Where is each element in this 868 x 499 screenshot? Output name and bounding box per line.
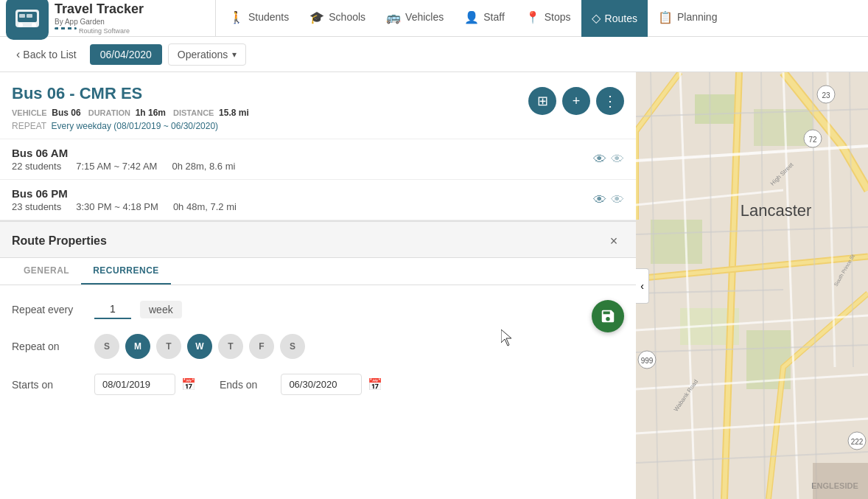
starts-on-group: 📅 [94,374,196,395]
repeat-every-input[interactable] [94,300,131,319]
nav-staff-label: Staff [483,11,505,23]
collapse-icon: ‹ [640,280,644,292]
repeat-every-row: Repeat every week [12,300,624,319]
nav-stops[interactable]: 📍 Stops [515,0,581,37]
day-tuesday[interactable]: T [156,334,181,359]
nav-vehicles-label: Vehicles [405,11,444,23]
svg-text:222: 222 [851,438,864,446]
route-map-button[interactable]: ⊞ [528,87,556,115]
repeat-on-row: Repeat on S M T W T F S [12,334,624,359]
logo-text: Travel Tracker By App Garden Routing Sof… [55,1,144,35]
nav-staff[interactable]: 👤 Staff [454,0,515,37]
back-label: Back to List [23,49,76,60]
toolbar: ‹ Back to List 06/04/2020 Operations ▾ [0,37,868,72]
main-layout: Bus 06 - CMR ES VEHICLE Bus 06 DURATION … [0,72,868,499]
starts-on-calendar-icon[interactable]: 📅 [181,377,196,391]
stops-icon: 📍 [525,10,540,24]
nav-planning[interactable]: 📋 Planning [648,0,728,37]
route-add-button[interactable]: + [562,87,590,115]
starts-on-input[interactable] [94,374,175,395]
day-sunday[interactable]: S [94,334,119,359]
svg-rect-47 [813,463,868,499]
day-friday[interactable]: F [249,334,274,359]
run-am-time: 7:15 AM ~ 7:42 AM [76,161,157,172]
map-icon: ⊞ [537,93,548,109]
ends-on-input[interactable] [281,374,362,395]
run-am-dist: 0h 28m, 8.6 mi [172,161,235,172]
route-info: Bus 06 - CMR ES VEHICLE Bus 06 DURATION … [0,72,636,139]
tab-general[interactable]: GENERAL [12,258,81,285]
run-pm-hide-icon[interactable]: 👁 [611,192,624,208]
rp-title: Route Properties [12,234,107,248]
operations-button[interactable]: Operations ▾ [168,43,246,66]
run-pm-students: 23 students [12,201,61,212]
svg-point-3 [32,23,36,27]
svg-text:999: 999 [641,357,654,365]
route-more-button[interactable]: ⋮ [596,87,624,115]
app-subtitle: By App Garden [55,18,144,26]
route-title: Bus 06 - CMR ES [12,84,249,103]
run-pm-time: 3:30 PM ~ 4:18 PM [76,201,158,212]
students-icon: 🚶 [229,10,244,24]
nav-vehicles[interactable]: 🚌 Vehicles [376,0,454,37]
nav-schools-label: Schools [329,11,365,23]
distance-label: DISTANCE [173,108,214,117]
svg-text:72: 72 [808,136,817,144]
svg-rect-4 [19,14,25,18]
chevron-down-icon: ▾ [232,49,237,60]
day-circles: S M T W T F S [94,334,305,359]
ends-on-calendar-icon[interactable]: 📅 [368,377,382,391]
run-am-name: Bus 06 AM [12,147,235,159]
day-monday[interactable]: M [125,334,150,359]
vehicle-value: Bus 06 [52,108,80,118]
svg-rect-5 [27,14,32,18]
planning-icon: 📋 [658,10,673,24]
back-button[interactable]: ‹ Back to List [9,43,84,66]
nav-routes[interactable]: ◇ Routes [581,0,648,37]
top-nav: Travel Tracker By App Garden Routing Sof… [0,0,868,37]
repeat-value: Every weekday (08/01/2019 ~ 06/30/2020) [52,121,219,131]
svg-rect-9 [651,220,702,264]
map-svg: 23 72 999 222 Lancaster High Street Sout… [636,72,868,499]
nav-students[interactable]: 🚶 Students [219,0,299,37]
run-pm-name: Bus 06 PM [12,187,237,200]
route-repeat: REPEAT Every weekday (08/01/2019 ~ 06/30… [12,121,249,131]
more-icon: ⋮ [603,92,618,110]
run-pm-view-icon[interactable]: 👁 [593,192,606,208]
nav-routes-label: Routes [605,13,637,24]
collapse-button[interactable]: ‹ [636,268,649,304]
table-row: Bus 06 AM 22 students 7:15 AM ~ 7:42 AM … [0,139,636,180]
route-properties: Route Properties × GENERAL RECURRENCE Re… [0,220,636,425]
distance-value: 15.8 mi [219,108,249,118]
day-wednesday[interactable]: W [187,334,212,359]
routing-text: Routing Software [79,27,130,35]
staff-icon: 👤 [464,10,479,24]
vehicle-label: VEHICLE [12,108,47,117]
repeat-unit-select[interactable]: week [140,301,182,318]
rp-header: Route Properties × [0,222,636,258]
save-button[interactable] [592,300,624,332]
app-logo [6,0,49,40]
run-am-hide-icon[interactable]: 👁 [611,152,624,167]
day-saturday[interactable]: S [280,334,305,359]
tab-recurrence[interactable]: RECURRENCE [81,258,171,285]
rp-close-button[interactable]: × [603,231,624,251]
svg-text:Lancaster: Lancaster [741,201,812,220]
duration-value: 1h 16m [136,108,166,118]
rp-body: Repeat every week Repeat on S M T W T F … [0,285,636,425]
date-range-row: Starts on 📅 Ends on 📅 [12,374,624,395]
day-thursday[interactable]: T [218,334,243,359]
save-icon [600,308,616,324]
app-title: Travel Tracker [55,1,144,18]
repeat-label: REPEAT [12,121,46,131]
nav-schools[interactable]: 🎓 Schools [299,0,376,37]
date-badge[interactable]: 06/04/2020 [90,44,162,65]
svg-point-2 [18,23,23,27]
run-am-view-icon[interactable]: 👁 [593,152,606,167]
run-pm-dist: 0h 48m, 7.2 mi [173,201,237,212]
map-background: 23 72 999 222 Lancaster High Street Sout… [636,72,868,499]
add-icon: + [573,94,581,109]
ends-on-label: Ends on [220,379,257,391]
runs-container: Bus 06 AM 22 students 7:15 AM ~ 7:42 AM … [0,139,636,220]
back-arrow-icon: ‹ [16,48,20,61]
